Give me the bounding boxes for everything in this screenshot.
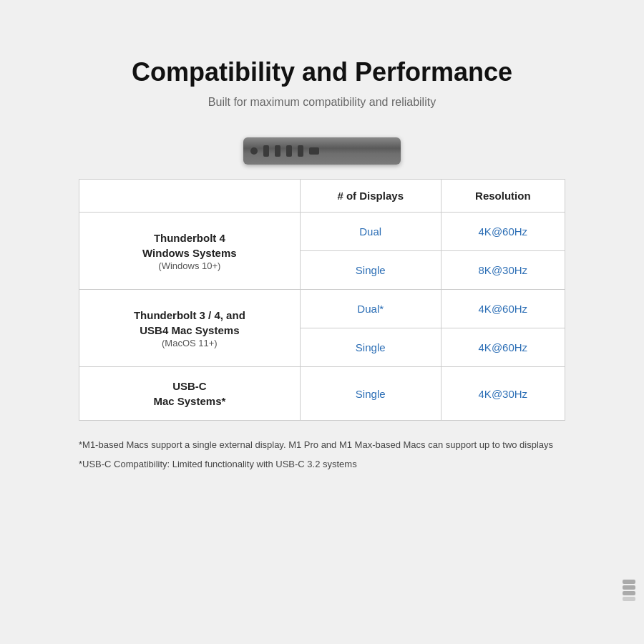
- device-image: [243, 137, 401, 165]
- compatibility-table: # of Displays Resolution Thunderbolt 4Wi…: [79, 179, 565, 421]
- displays-cell: Single: [300, 367, 441, 421]
- resolution-cell: 8K@30Hz: [441, 251, 565, 290]
- resolution-cell: 4K@60Hz: [441, 290, 565, 328]
- table-col2-header: Resolution: [441, 180, 565, 213]
- displays-cell: Dual*: [300, 290, 441, 328]
- table-row: Thunderbolt 3 / 4, andUSB4 Mac Systems(M…: [79, 290, 565, 328]
- resolution-cell: 4K@60Hz: [441, 213, 565, 251]
- device-port-3: [286, 145, 292, 157]
- resolution-cell: 4K@30Hz: [441, 367, 565, 421]
- compatibility-table-wrapper: # of Displays Resolution Thunderbolt 4Wi…: [79, 179, 565, 421]
- system-name: Thunderbolt 4Windows Systems: [94, 230, 286, 260]
- footnote-2: *USB-C Compatibility: Limited functional…: [79, 457, 565, 472]
- footnote-1: *M1-based Macs support a single external…: [79, 438, 565, 453]
- displays-cell: Dual: [300, 213, 441, 251]
- page-subtitle: Built for maximum compatibility and reli…: [208, 96, 436, 109]
- table-row: Thunderbolt 4Windows Systems(Windows 10+…: [79, 213, 565, 251]
- device-port-2: [275, 145, 280, 157]
- displays-cell: Single: [300, 328, 441, 367]
- system-cell: Thunderbolt 3 / 4, andUSB4 Mac Systems(M…: [79, 290, 301, 367]
- system-note: (Windows 10+): [94, 260, 286, 271]
- scrollbar-icon: [623, 580, 635, 601]
- system-name: Thunderbolt 3 / 4, andUSB4 Mac Systems: [94, 308, 286, 338]
- table-row: USB-CMac Systems*Single4K@30Hz: [79, 367, 565, 421]
- system-cell: USB-CMac Systems*: [79, 367, 301, 421]
- device-port-4: [298, 145, 303, 157]
- device-port-1: [263, 145, 269, 157]
- resolution-cell: 4K@60Hz: [441, 328, 565, 367]
- device-usb-port: [309, 147, 319, 155]
- table-col0-header: [79, 180, 301, 213]
- table-col1-header: # of Displays: [300, 180, 441, 213]
- system-cell: Thunderbolt 4Windows Systems(Windows 10+…: [79, 213, 301, 290]
- system-name: USB-CMac Systems*: [94, 379, 286, 409]
- page-title: Compatibility and Performance: [132, 57, 512, 87]
- device-image-container: [243, 137, 401, 165]
- device-port-circle: [250, 147, 258, 155]
- table-header-row: # of Displays Resolution: [79, 180, 565, 213]
- displays-cell: Single: [300, 251, 441, 290]
- system-note: (MacOS 11+): [94, 338, 286, 348]
- footnotes-section: *M1-based Macs support a single external…: [79, 438, 565, 477]
